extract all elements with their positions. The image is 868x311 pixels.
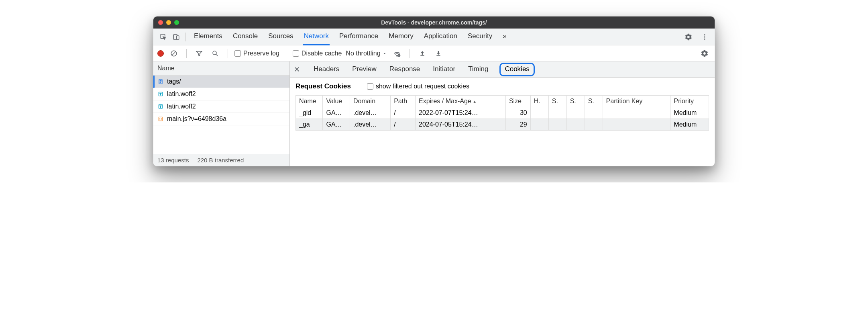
tab-application[interactable]: Application	[423, 29, 458, 45]
cookie-cell-priority: Medium	[670, 119, 709, 131]
clear-icon[interactable]	[168, 47, 180, 59]
svg-point-4	[704, 36, 705, 37]
main-toolbar: Elements Console Sources Network Perform…	[153, 29, 715, 45]
tab-initiator[interactable]: Initiator	[431, 62, 457, 76]
cookie-cell-expires: 2024-07-05T15:24…	[415, 119, 505, 131]
cookie-cell-priority: Medium	[670, 107, 709, 119]
request-row[interactable]: tags/	[153, 76, 289, 88]
cookie-cell-h	[530, 107, 548, 119]
cookies-column-header[interactable]: S.	[585, 96, 603, 107]
window-controls	[158, 20, 179, 25]
detail-body: Request Cookies show filtered out reques…	[290, 78, 715, 135]
cookie-cell-s1	[548, 107, 566, 119]
titlebar: DevTools - developer.chrome.com/tags/	[153, 16, 715, 29]
network-conditions-icon[interactable]	[391, 47, 403, 59]
request-name: main.js?v=6498d36a	[167, 115, 226, 123]
svg-rect-2	[177, 36, 179, 39]
cookies-column-header[interactable]: Path	[391, 96, 416, 107]
kebab-menu-icon[interactable]	[699, 31, 711, 43]
disable-cache-checkbox[interactable]: Disable cache	[293, 50, 342, 57]
cookies-column-header[interactable]: Size	[505, 96, 530, 107]
request-list-pane: Name tags/T latin.woff2T latin.woff2 mai…	[153, 61, 290, 166]
preserve-log-label: Preserve log	[243, 50, 279, 57]
request-row[interactable]: T latin.woff2	[153, 88, 289, 100]
cookies-column-header[interactable]: Partition Key	[603, 96, 670, 107]
cookie-cell-value: GA…	[323, 107, 350, 119]
window-title: DevTools - developer.chrome.com/tags/	[381, 19, 487, 26]
svg-point-12	[399, 55, 399, 56]
device-toggle-icon[interactable]	[170, 31, 182, 43]
cookie-row[interactable]: _gaGA….devel…/2024-07-05T15:24…29Medium	[296, 119, 709, 131]
detail-tabs: ✕ Headers Preview Response Initiator Tim…	[290, 61, 715, 78]
cookies-column-header[interactable]: Domain	[350, 96, 390, 107]
tab-preview[interactable]: Preview	[350, 62, 378, 76]
cookies-column-header[interactable]: Name	[296, 96, 323, 107]
tab-security[interactable]: Security	[467, 29, 493, 45]
tab-performance[interactable]: Performance	[338, 29, 379, 45]
svg-point-8	[213, 51, 216, 55]
separator	[286, 49, 286, 58]
cookie-cell-pk	[603, 107, 670, 119]
throttling-value: No throttling	[346, 50, 380, 57]
tab-headers[interactable]: Headers	[312, 62, 341, 76]
request-name: tags/	[167, 78, 181, 85]
request-name: latin.woff2	[167, 90, 196, 98]
file-type-icon: T	[157, 103, 164, 110]
request-row[interactable]: main.js?v=6498d36a	[153, 113, 289, 125]
chevron-down-icon	[382, 51, 387, 56]
cookie-row[interactable]: _gidGA….devel…/2022-07-07T15:24…30Medium	[296, 107, 709, 119]
cookies-column-header[interactable]: Priority	[670, 96, 709, 107]
download-har-icon[interactable]	[432, 47, 444, 59]
cookie-cell-name: _gid	[296, 107, 323, 119]
close-window-button[interactable]	[158, 20, 163, 25]
cookies-column-header[interactable]: S.	[566, 96, 585, 107]
search-icon[interactable]	[209, 47, 221, 59]
tab-memory[interactable]: Memory	[388, 29, 414, 45]
status-bar: 13 requests 220 B transferred	[153, 154, 289, 166]
cookies-column-header[interactable]: H.	[530, 96, 548, 107]
cookie-cell-s1	[548, 119, 566, 131]
tab-response[interactable]: Response	[388, 62, 422, 76]
cookie-cell-domain: .devel…	[350, 107, 390, 119]
preserve-log-checkbox[interactable]: Preserve log	[234, 50, 279, 57]
tab-timing[interactable]: Timing	[467, 62, 490, 76]
throttling-select[interactable]: No throttling	[346, 50, 387, 57]
cookies-column-header[interactable]: S.	[548, 96, 566, 107]
minimize-window-button[interactable]	[166, 20, 171, 25]
cookie-cell-pk	[603, 119, 670, 131]
inspect-icon[interactable]	[157, 31, 169, 43]
upload-har-icon[interactable]	[416, 47, 428, 59]
tab-network[interactable]: Network	[303, 29, 330, 45]
separator	[185, 33, 186, 41]
request-row[interactable]: T latin.woff2	[153, 100, 289, 113]
tab-sources[interactable]: Sources	[267, 29, 294, 45]
maximize-window-button[interactable]	[174, 20, 179, 25]
detail-pane: ✕ Headers Preview Response Initiator Tim…	[290, 61, 715, 166]
svg-line-9	[216, 54, 218, 56]
network-settings-icon[interactable]	[699, 47, 711, 59]
filter-icon[interactable]	[193, 47, 205, 59]
tabs-overflow[interactable]: »	[502, 29, 507, 45]
svg-text:T: T	[160, 105, 162, 108]
tab-console[interactable]: Console	[232, 29, 259, 45]
show-filtered-label: show filtered out request cookies	[376, 83, 469, 90]
cookie-cell-expires: 2022-07-07T15:24…	[415, 107, 505, 119]
svg-rect-14	[436, 55, 440, 55]
svg-point-5	[704, 38, 705, 39]
separator	[410, 49, 410, 58]
cookies-column-header[interactable]: Expires / Max-Age▲	[415, 96, 505, 107]
cookie-cell-value: GA…	[323, 119, 350, 131]
name-column-header[interactable]: Name	[153, 61, 289, 76]
close-detail-icon[interactable]: ✕	[294, 65, 302, 74]
settings-icon[interactable]	[683, 31, 695, 43]
show-filtered-checkbox[interactable]: show filtered out request cookies	[367, 83, 469, 90]
record-button[interactable]	[157, 50, 164, 57]
file-type-icon	[157, 78, 164, 85]
tab-cookies[interactable]: Cookies	[499, 63, 534, 76]
status-transferred: 220 B transferred	[193, 154, 248, 166]
cookie-cell-size: 29	[505, 119, 530, 131]
toolbar-right	[683, 31, 711, 43]
tab-elements[interactable]: Elements	[193, 29, 223, 45]
cookie-cell-s3	[585, 119, 603, 131]
cookies-column-header[interactable]: Value	[323, 96, 350, 107]
